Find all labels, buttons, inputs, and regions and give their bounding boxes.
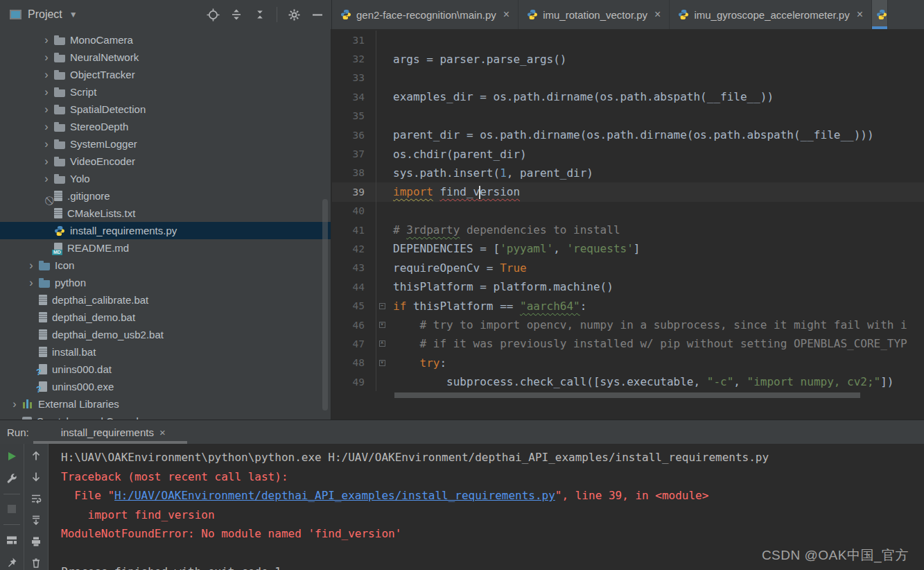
code-line-48[interactable]: 48˅ try: (332, 354, 924, 372)
console-file-link[interactable]: H:/UAV/OAKEnvironment/depthai_API_exampl… (114, 489, 555, 502)
line-number[interactable]: 48 (332, 354, 376, 372)
line-number[interactable]: 40 (332, 202, 376, 221)
code-line-43[interactable]: 43requireOpenCv = True (332, 259, 924, 277)
chevron-right-icon[interactable]: › (39, 103, 54, 116)
print-icon[interactable] (28, 535, 44, 549)
line-number[interactable]: 31 (332, 31, 376, 49)
chevron-right-icon[interactable]: › (39, 138, 54, 150)
close-icon[interactable]: × (159, 426, 166, 438)
locate-icon[interactable] (206, 8, 220, 21)
tree-item-Script[interactable]: ›Script (0, 83, 331, 101)
code-line-35[interactable]: 35 (332, 107, 924, 126)
line-number[interactable]: 41 (332, 221, 376, 239)
chevron-right-icon[interactable]: › (39, 51, 54, 64)
line-number[interactable]: 43 (332, 259, 376, 277)
line-number[interactable]: 33 (332, 69, 376, 87)
code-line-41[interactable]: 41# 3rdparty dependencies to install (332, 221, 924, 239)
rerun-icon[interactable] (4, 449, 19, 463)
tree-item-SystemLogger[interactable]: ›SystemLogger (0, 135, 331, 153)
code-line-46[interactable]: 46˅ # try to import opencv, numpy in a s… (332, 316, 924, 334)
chevron-right-icon[interactable]: › (39, 86, 54, 98)
code-line-31[interactable]: 31 (332, 31, 924, 49)
wrench-icon[interactable] (4, 471, 19, 485)
code-line-44[interactable]: 44thisPlatform = platform.machine() (332, 277, 924, 296)
clear-icon[interactable] (28, 556, 44, 570)
editor-tab-partial[interactable] (872, 0, 888, 29)
tree-item-StereoDepth[interactable]: ›StereoDepth (0, 118, 331, 135)
hide-icon[interactable] (311, 8, 324, 21)
line-number[interactable]: 47 (332, 334, 376, 353)
editor-tab-gen2-face-recognition\main.py[interactable]: gen2-face-recognition\main.py× (332, 0, 518, 29)
line-number[interactable]: 45 (332, 296, 376, 315)
pin-icon[interactable] (4, 555, 19, 570)
expand-all-icon[interactable] (229, 8, 243, 21)
code-line-40[interactable]: 40 (332, 202, 924, 221)
fold-marker-icon[interactable]: ˅ (379, 322, 385, 328)
line-number[interactable]: 42 (332, 239, 376, 258)
code-editor[interactable]: 3132args = parser.parse_args()3334exampl… (332, 29, 924, 420)
tree-item-VideoEncoder[interactable]: ›VideoEncoder (0, 153, 331, 170)
chevron-right-icon[interactable]: › (39, 173, 54, 185)
code-line-32[interactable]: 32args = parser.parse_args() (332, 49, 924, 68)
line-number[interactable]: 46 (332, 316, 376, 334)
code-line-33[interactable]: 33 (332, 69, 924, 87)
code-line-47[interactable]: 47˄ # if it was previously installed w/ … (332, 334, 924, 353)
tree-item-ObjectTracker[interactable]: ›ObjectTracker (0, 66, 331, 83)
chevron-right-icon[interactable]: › (39, 69, 54, 81)
line-number[interactable]: 34 (332, 87, 376, 106)
settings-icon[interactable] (287, 8, 301, 21)
code-line-49[interactable]: 49 subprocess.check_call([sys.executable… (332, 372, 924, 391)
tree-item-depthai_calibrate.bat[interactable]: depthai_calibrate.bat (0, 291, 331, 309)
line-number[interactable]: 39 (332, 182, 376, 201)
line-number[interactable]: 37 (332, 144, 376, 163)
fold-marker-icon[interactable]: − (379, 303, 385, 309)
tree-item-README.md[interactable]: README.md (0, 239, 331, 257)
code-line-36[interactable]: 36parent_dir = os.path.dirname(os.path.d… (332, 126, 924, 144)
tree-item-SpatialDetection[interactable]: ›SpatialDetection (0, 101, 331, 118)
tree-item-CMakeLists.txt[interactable]: CMakeLists.txt (0, 205, 331, 222)
tree-item-MonoCamera[interactable]: ›MonoCamera (0, 31, 331, 49)
line-number[interactable]: 35 (332, 107, 376, 126)
chevron-right-icon[interactable]: › (24, 259, 39, 272)
down-arrow-icon[interactable] (28, 470, 44, 484)
code-line-45[interactable]: 45−if thisPlatform == "aarch64": (332, 296, 924, 315)
tree-item-.gitignore[interactable]: .gitignore (0, 187, 331, 205)
editor-tab-imu_rotation_vector.py[interactable]: imu_rotation_vector.py× (518, 0, 670, 29)
run-tab[interactable]: install_requirements × (39, 420, 171, 444)
line-number[interactable]: 38 (332, 164, 376, 182)
collapse-all-icon[interactable] (253, 8, 267, 21)
scroll-to-end-icon[interactable] (28, 513, 44, 527)
chevron-down-icon[interactable]: ▼ (69, 10, 78, 19)
up-arrow-icon[interactable] (28, 449, 44, 463)
line-number[interactable]: 44 (332, 277, 376, 296)
line-number[interactable]: 49 (332, 372, 376, 391)
editor-tab-imu_gyroscope_accelerometer.py[interactable]: imu_gyroscope_accelerometer.py× (670, 0, 872, 29)
tree-item-install_requirements.py[interactable]: install_requirements.py (0, 222, 331, 239)
close-icon[interactable]: × (503, 8, 509, 21)
fold-marker-icon[interactable]: ˅ (379, 360, 385, 366)
code-line-42[interactable]: 42DEPENDENCIES = ['pyyaml', 'requests'] (332, 239, 924, 258)
tree-item-depthai_demo.bat[interactable]: depthai_demo.bat (0, 309, 331, 326)
tree-item-Icon[interactable]: ›Icon (0, 257, 331, 274)
editor-horizontal-scrollbar[interactable] (394, 392, 860, 398)
soft-wrap-icon[interactable] (28, 492, 44, 506)
chevron-right-icon[interactable]: › (24, 277, 39, 289)
line-number[interactable]: 32 (332, 49, 376, 68)
chevron-right-icon[interactable]: › (39, 155, 54, 168)
tree-item-depthai_demo_usb2.bat[interactable]: depthai_demo_usb2.bat (0, 326, 331, 343)
chevron-right-icon[interactable]: › (39, 34, 54, 46)
tree-item-External Libraries[interactable]: ›External Libraries (0, 395, 331, 413)
code-line-34[interactable]: 34examples_dir = os.path.dirname(os.path… (332, 87, 924, 106)
tree-item-Yolo[interactable]: ›Yolo (0, 170, 331, 187)
code-line-39[interactable]: 39import find_version (332, 182, 924, 201)
tree-scrollbar[interactable] (322, 199, 328, 411)
close-icon[interactable]: × (654, 8, 661, 21)
line-number[interactable]: 36 (332, 126, 376, 144)
project-dropdown[interactable]: Project (28, 8, 62, 21)
close-icon[interactable]: × (857, 8, 863, 21)
code-line-37[interactable]: 37os.chdir(parent_dir) (332, 144, 924, 163)
code-line-38[interactable]: 38sys.path.insert(1, parent_dir) (332, 164, 924, 182)
fold-marker-icon[interactable]: ˄ (379, 340, 385, 347)
tree-item-NeuralNetwork[interactable]: ›NeuralNetwork (0, 49, 331, 66)
tree-item-unins000.dat[interactable]: unins000.dat (0, 361, 331, 378)
